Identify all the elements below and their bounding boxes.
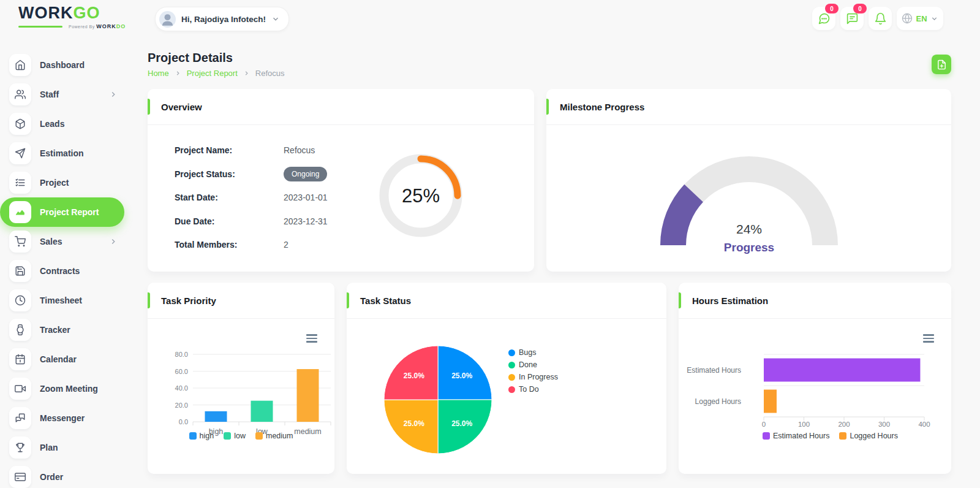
overview-card: Overview Project Name: Refocus Project S… xyxy=(148,89,534,272)
sidebar-item-staff[interactable]: Staff xyxy=(0,80,141,109)
svg-text:25.0%: 25.0% xyxy=(404,419,424,428)
svg-text:25.0%: 25.0% xyxy=(451,419,472,428)
svg-text:20.0: 20.0 xyxy=(175,402,188,409)
notifications-button[interactable] xyxy=(869,7,892,30)
milestone-progress-card: Milestone Progress 24% Progress xyxy=(546,89,951,272)
task-priority-card: Task Priority mediumlowhigh80.060.040.02… xyxy=(148,283,334,474)
file-plus-icon xyxy=(937,59,947,70)
svg-text:80.0: 80.0 xyxy=(175,351,188,358)
staff-icon xyxy=(9,83,31,105)
legend-item-high[interactable]: high xyxy=(189,432,214,440)
sidebar: Dashboard Staff Leads Estimation Project… xyxy=(0,38,141,488)
svg-text:Estimated Hours: Estimated Hours xyxy=(687,366,741,375)
field-total-members: Total Members: 2 xyxy=(175,237,328,252)
svg-text:400: 400 xyxy=(918,421,930,428)
main-content: Project Details Home Project Report Refo… xyxy=(148,46,951,488)
home-icon xyxy=(9,54,31,76)
page-title: Project Details xyxy=(148,51,951,65)
app-logo[interactable]: WORKGO Powered By WORKDO xyxy=(18,5,126,29)
chevron-right-icon xyxy=(109,90,118,99)
contracts-icon xyxy=(9,260,31,282)
sidebar-item-calendar[interactable]: Calendar xyxy=(0,345,141,374)
legend-item-logged-hours[interactable]: Logged Hours xyxy=(839,432,898,440)
export-report-button[interactable] xyxy=(932,55,951,74)
sidebar-item-sales[interactable]: Sales xyxy=(0,227,141,256)
field-project-name: Project Name: Refocus xyxy=(175,143,328,158)
field-due-date: Due Date: 2023-12-31 xyxy=(175,214,328,229)
calendar-icon xyxy=(9,348,31,370)
legend-item-estimated-hours[interactable]: Estimated Hours xyxy=(763,432,829,440)
sidebar-item-messenger[interactable]: Messenger xyxy=(0,403,141,433)
card-accent xyxy=(546,99,549,115)
svg-text:200: 200 xyxy=(838,421,850,428)
svg-text:40.0: 40.0 xyxy=(175,384,188,392)
field-start-date: Start Date: 2023-01-01 xyxy=(175,190,328,205)
language-selector[interactable]: EN xyxy=(897,7,943,30)
breadcrumb-current: Refocus xyxy=(255,69,285,78)
svg-text:0: 0 xyxy=(762,421,766,428)
task-status-legend: Bugs Done In Progress To Do xyxy=(508,348,558,394)
legend-item-bugs[interactable]: Bugs xyxy=(508,348,558,357)
hours-estimation-legend: Estimated Hours Logged Hours xyxy=(679,432,951,440)
logo-powered-by: Powered By WORKDO xyxy=(69,24,126,29)
language-label: EN xyxy=(916,14,927,23)
hours-estimation-card-title: Hours Estimation xyxy=(692,295,768,306)
comment-button[interactable]: 0 xyxy=(840,7,864,30)
svg-text:100: 100 xyxy=(798,421,810,428)
breadcrumb-project-report[interactable]: Project Report xyxy=(187,69,238,78)
task-status-card: Task Status 25.0%25.0%25.0%25.0% Bugs Do… xyxy=(347,283,666,474)
svg-text:Logged Hours: Logged Hours xyxy=(695,397,741,406)
user-greeting: Hi, Rajodiya Infotech! xyxy=(181,15,266,24)
sidebar-item-leads[interactable]: Leads xyxy=(0,109,141,139)
overview-fields: Project Name: Refocus Project Status: On… xyxy=(175,143,328,261)
leads-icon xyxy=(9,113,31,135)
card-accent xyxy=(679,292,681,308)
project-report-icon xyxy=(9,201,31,223)
sidebar-item-tracker[interactable]: Tracker xyxy=(0,315,141,345)
logo-text: WORKGO xyxy=(18,5,126,21)
timesheet-icon xyxy=(9,289,31,311)
messenger-icon xyxy=(9,407,31,429)
chat-badge: 0 xyxy=(825,4,839,13)
chevron-down-icon xyxy=(271,15,280,23)
sidebar-item-dashboard[interactable]: Dashboard xyxy=(0,50,141,80)
sidebar-item-contracts[interactable]: Contracts xyxy=(0,256,141,286)
zoom-meeting-icon xyxy=(9,378,31,400)
milestone-gauge: 24% Progress xyxy=(651,148,847,261)
sidebar-item-zoom-meeting[interactable]: Zoom Meeting xyxy=(0,374,141,403)
comment-icon xyxy=(846,12,859,25)
task-priority-chart: mediumlowhigh80.060.040.020.00.0 xyxy=(155,336,333,441)
sidebar-item-plan[interactable]: Plan xyxy=(0,433,141,462)
estimation-icon xyxy=(9,142,31,164)
legend-item-in-progress[interactable]: In Progress xyxy=(508,373,558,381)
sidebar-item-project-report[interactable]: Project Report xyxy=(0,197,124,227)
chevron-right-icon xyxy=(109,237,118,246)
chat-button[interactable]: 0 xyxy=(812,7,835,30)
legend-item-low[interactable]: low xyxy=(224,432,246,440)
legend-item-done[interactable]: Done xyxy=(508,360,558,369)
project-completion-donut: 25% xyxy=(375,150,467,242)
globe-icon xyxy=(902,13,913,24)
breadcrumb-home[interactable]: Home xyxy=(148,69,169,78)
card-accent xyxy=(148,292,150,308)
legend-item-to-do[interactable]: To Do xyxy=(508,385,558,394)
card-accent xyxy=(347,292,349,308)
field-project-status: Project Status: Ongoing xyxy=(175,167,328,181)
task-status-card-title: Task Status xyxy=(360,295,411,306)
comment-badge: 0 xyxy=(853,4,867,13)
sidebar-item-project[interactable]: Project xyxy=(0,168,141,197)
svg-text:60.0: 60.0 xyxy=(175,368,188,375)
milestone-card-title: Milestone Progress xyxy=(560,102,644,112)
gauge-sub-label: Progress xyxy=(723,241,774,254)
tracker-icon xyxy=(9,319,31,341)
legend-item-medium[interactable]: medium xyxy=(255,432,293,440)
svg-text:0.0: 0.0 xyxy=(179,418,188,425)
sidebar-item-estimation[interactable]: Estimation xyxy=(0,139,141,168)
sidebar-item-order[interactable]: Order xyxy=(0,462,141,488)
user-menu[interactable]: Hi, Rajodiya Infotech! xyxy=(155,7,289,31)
task-priority-legend: high low medium xyxy=(148,432,334,440)
task-status-pie-chart: 25.0%25.0%25.0%25.0% xyxy=(383,345,493,455)
breadcrumb-separator-icon xyxy=(243,70,250,77)
sidebar-item-timesheet[interactable]: Timesheet xyxy=(0,286,141,315)
breadcrumb: Home Project Report Refocus xyxy=(148,69,951,78)
